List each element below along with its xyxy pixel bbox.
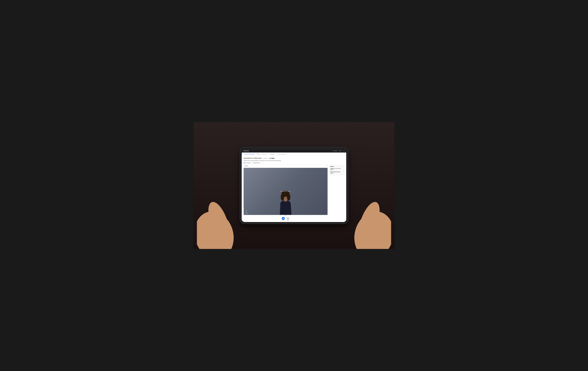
svg-point-6: [270, 158, 271, 158]
person-group-icon: [270, 158, 271, 159]
contrast-button[interactable]: ◑ Contrast: [333, 150, 337, 151]
attempt-badge: 1 ATTEMPT LEFT: [263, 158, 274, 159]
video-section: Féminine ▾: [244, 165, 327, 222]
microphone-icon: [287, 218, 289, 219]
exercise-layout: Féminine ▾: [244, 165, 345, 222]
grid-icon: [272, 158, 273, 159]
voice-dropdown[interactable]: Féminine ▾: [244, 165, 327, 167]
modele-isabelle-line: Isabelle: Où est-ce que tu habites?: [330, 168, 343, 170]
video-overlay-text: Press Play to Start.: [280, 191, 291, 192]
auto-advance-option[interactable]: Auto Advance: [244, 162, 251, 163]
tab-grammar-explanation[interactable]: ↗ Grammar explanation: [276, 153, 287, 155]
play-button[interactable]: [282, 217, 285, 220]
circle-icon: [273, 158, 274, 159]
modele-section: Modèle Isabelle: Où est-ce que tu habite…: [329, 165, 344, 175]
svg-point-13: [284, 196, 285, 197]
speak-label: Speak: [287, 220, 289, 221]
media-controls: Play: [244, 217, 327, 221]
tablet-device: vhlcentral ◑ Contrast ? Help ⇥: [240, 148, 348, 223]
play-label: Play: [283, 220, 284, 221]
svg-point-14: [286, 196, 287, 197]
main-content: Questions et réponses 1 ATTEMPT LEFT: [242, 156, 346, 222]
speak-button[interactable]: [286, 217, 289, 220]
logout-button[interactable]: ⇥ Lo: [343, 150, 345, 151]
speak-control[interactable]: Speak: [286, 217, 289, 221]
grammar-icon: ↗: [277, 154, 277, 155]
tab-info[interactable]: i INFO: [256, 153, 261, 155]
svg-rect-16: [288, 218, 288, 219]
modele-box: Modèle Isabelle: Où est-ce que tu habite…: [329, 165, 344, 175]
tab-vocabulary-list[interactable]: ↗ Vocabulary list: [267, 153, 275, 155]
svg-point-7: [271, 158, 271, 158]
help-icon: ?: [339, 150, 339, 151]
contrast-icon: ◑: [333, 150, 334, 151]
speaker-avatar: [245, 210, 248, 214]
nav-tabs: ADD INSTRUCTOR NOTE i INFO ▦ 146-149 ↗: [242, 153, 346, 156]
tab-add-instructor-note[interactable]: ADD INSTRUCTOR NOTE: [243, 153, 256, 155]
video-person: [277, 191, 294, 215]
info-icon: i: [257, 153, 258, 154]
vous-speaker-label: Vous:: [330, 171, 333, 172]
page-title: Questions et réponses: [244, 157, 262, 160]
modele-vous-line: Vous: J'habite chez mes parents.: [330, 171, 343, 174]
logout-icon: ⇥: [343, 150, 343, 151]
exercise-description: Isabelle est très curieuse! Répondez à s…: [244, 160, 345, 161]
video-player[interactable]: Press Play to Start.: [244, 168, 327, 215]
attempt-icons: [270, 158, 274, 159]
isabelle-speaker-label: Isabelle:: [330, 168, 334, 169]
active-dot: [244, 154, 245, 154]
title-row: Questions et réponses 1 ATTEMPT LEFT: [244, 157, 345, 160]
play-triangle-icon: [283, 218, 284, 219]
chevron-down-icon: ▾: [326, 165, 326, 166]
modele-title: Modèle: [330, 166, 343, 167]
manual-advance-radio[interactable]: [252, 162, 253, 163]
svg-rect-12: [284, 199, 287, 201]
advance-help-icon[interactable]: ?: [262, 162, 263, 163]
top-bar-actions: ◑ Contrast ? Help ⇥ Lo: [333, 150, 345, 151]
book-icon: ▦: [262, 154, 263, 155]
auto-advance-radio[interactable]: [244, 162, 245, 163]
manual-advance-option[interactable]: Manual Advance: [252, 162, 260, 163]
vocab-icon: ↗: [268, 154, 269, 155]
app-logo: vhlcentral: [243, 150, 249, 151]
slide-counter: 1/6: [244, 215, 327, 216]
play-control[interactable]: Play: [282, 217, 285, 221]
svg-point-10: [281, 193, 284, 200]
top-bar: vhlcentral ◑ Contrast ? Help ⇥: [242, 149, 346, 153]
advance-options: Auto Advance Manual Advance ?: [244, 162, 345, 163]
svg-point-11: [287, 193, 290, 200]
help-button[interactable]: ? Help: [339, 150, 341, 151]
tab-pages[interactable]: ▦ 146-149: [262, 153, 267, 155]
svg-point-15: [246, 210, 247, 212]
